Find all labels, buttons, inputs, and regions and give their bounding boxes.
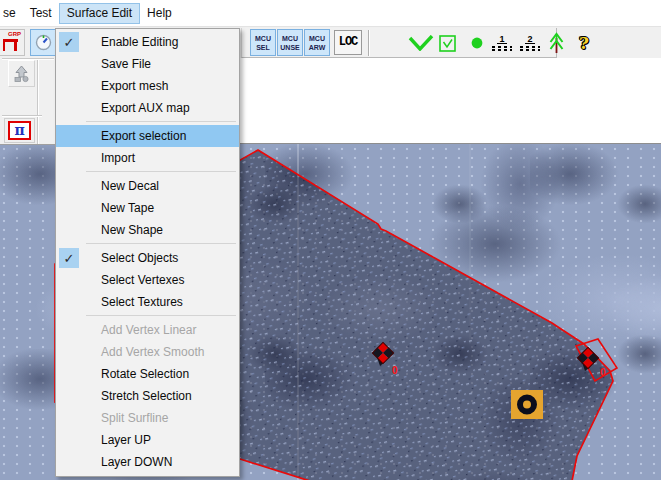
main-toolbar: MCU SELMCU UNSEMCU ARW LOC 1 2	[241, 28, 557, 58]
menu-item-label: Enable Editing	[101, 35, 178, 49]
surface-edit-dropdown: ✓Enable EditingSave FileExport meshExpor…	[55, 28, 240, 477]
mcu-button-group: MCU SELMCU UNSEMCU ARW	[250, 29, 330, 56]
menu-item-label: Add Vertex Linear	[101, 323, 196, 337]
menu-separator	[86, 121, 236, 122]
menu-item-export-selection[interactable]: Export selection	[56, 125, 239, 147]
layer-1-button[interactable]: 1	[491, 28, 513, 58]
menu-item-new-shape[interactable]: New Shape	[56, 219, 239, 241]
loc-button[interactable]: LOC	[334, 30, 362, 55]
grp-icon	[3, 39, 19, 52]
menu-item-stretch-selection[interactable]: Stretch Selection	[56, 385, 239, 407]
menu-item-label: Export mesh	[101, 79, 168, 93]
layer-2-button[interactable]: 2	[519, 28, 541, 58]
pi-tool-button[interactable]: π	[4, 118, 35, 143]
menu-item-rotate-selection[interactable]: Rotate Selection	[56, 363, 239, 385]
toolbar-divider	[2, 115, 42, 116]
menu-item-label: Split Surfline	[101, 411, 168, 425]
menu-item-split-surfline[interactable]: Split Surfline	[56, 407, 239, 429]
dot-tool-button[interactable]	[470, 28, 484, 58]
puzzle-arrow-icon	[12, 64, 31, 83]
menu-item-label: Export selection	[101, 129, 186, 143]
pi-icon: π	[8, 121, 31, 140]
menubar-item-surface-edit[interactable]: Surface Edit	[59, 3, 140, 24]
menu-item-add-vertex-linear[interactable]: Add Vertex Linear	[56, 319, 239, 341]
menu-item-label: Stretch Selection	[101, 389, 192, 403]
help-icon: ?	[579, 32, 589, 54]
menu-separator	[86, 171, 236, 172]
green-check-icon	[408, 35, 434, 51]
green-checkbox-icon	[439, 35, 456, 52]
menubar-item-se[interactable]: se	[0, 3, 23, 24]
clock-tool-button[interactable]	[30, 29, 56, 56]
layer-2-icon: 2	[519, 35, 541, 51]
menubar-item-test[interactable]: Test	[23, 3, 59, 24]
menu-item-new-tape[interactable]: New Tape	[56, 197, 239, 219]
menubar-item-help[interactable]: Help	[140, 3, 179, 24]
menu-item-label: Save File	[101, 57, 151, 71]
menu-item-label: Layer DOWN	[101, 455, 172, 469]
menu-separator	[86, 243, 236, 244]
menu-item-new-decal[interactable]: New Decal	[56, 175, 239, 197]
checkmark-tool-button[interactable]	[408, 28, 434, 58]
mcu-unse-button[interactable]: MCU UNSE	[277, 29, 303, 56]
menu-item-export-mesh[interactable]: Export mesh	[56, 75, 239, 97]
checkbox-tool-button[interactable]	[438, 28, 456, 58]
menu-item-label: Select Textures	[101, 295, 183, 309]
menu-bar: seTestSurface EditHelp	[0, 0, 661, 27]
ring-object[interactable]	[511, 390, 543, 419]
menu-separator	[86, 315, 236, 316]
menu-item-label: New Decal	[101, 179, 159, 193]
menu-item-label: Export AUX map	[101, 101, 190, 115]
toolbar-divider	[37, 60, 38, 144]
toolbar-divider	[2, 58, 54, 59]
mcu-arw-button[interactable]: MCU ARW	[304, 29, 330, 56]
marker-label-left: 0	[392, 365, 398, 376]
mcu-sel-button[interactable]: MCU SEL	[250, 29, 276, 56]
checkmark-icon: ✓	[59, 32, 79, 52]
menu-item-label: New Shape	[101, 223, 163, 237]
menu-item-select-textures[interactable]: Select Textures	[56, 291, 239, 313]
menu-item-label: Select Vertexes	[101, 273, 184, 287]
help-button[interactable]: ?	[575, 28, 593, 58]
menu-item-label: Add Vertex Smooth	[101, 345, 204, 359]
tree-arrow-icon	[549, 32, 564, 55]
menu-item-select-vertexes[interactable]: Select Vertexes	[56, 269, 239, 291]
menu-item-export-aux-map[interactable]: Export AUX map	[56, 97, 239, 119]
menu-item-layer-up[interactable]: Layer UP	[56, 429, 239, 451]
checkmark-icon: ✓	[59, 248, 79, 268]
menu-item-import[interactable]: Import	[56, 147, 239, 169]
green-dot-icon	[471, 37, 483, 49]
layer-1-icon: 1	[491, 35, 513, 51]
shape-tool-button[interactable]	[8, 60, 35, 87]
menu-item-label: Rotate Selection	[101, 367, 189, 381]
menu-item-label: Import	[101, 151, 135, 165]
tree-tool-button[interactable]	[548, 28, 564, 58]
menu-item-enable-editing[interactable]: ✓Enable Editing	[56, 31, 239, 53]
toolbar-separator	[368, 30, 369, 56]
menu-item-select-objects[interactable]: ✓Select Objects	[56, 247, 239, 269]
grp-label: GRP	[0, 30, 24, 37]
menu-item-save-file[interactable]: Save File	[56, 53, 239, 75]
menu-item-label: Select Objects	[101, 251, 178, 265]
menu-item-layer-down[interactable]: Layer DOWN	[56, 451, 239, 473]
left-toolbar: GRP π	[0, 27, 56, 145]
menu-item-label: New Tape	[101, 201, 154, 215]
menu-item-label: Layer UP	[101, 433, 151, 447]
grp-button[interactable]: GRP	[0, 29, 25, 56]
menu-item-add-vertex-smooth[interactable]: Add Vertex Smooth	[56, 341, 239, 363]
clock-icon	[35, 34, 52, 51]
marker-label-right: 0	[600, 367, 606, 378]
